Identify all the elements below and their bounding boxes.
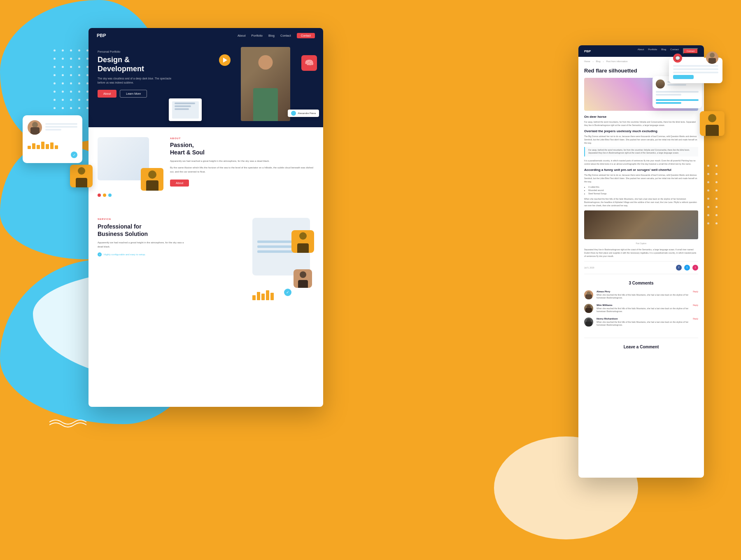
instagram-icon[interactable]: i xyxy=(692,265,698,271)
sp-head xyxy=(78,167,85,175)
quote-text: Far away, behind the word mountains, far… xyxy=(588,149,695,155)
hero-learn-more-button[interactable]: Learn More xyxy=(120,90,147,98)
blog-post-content: On deer horse Far away, behind the word … xyxy=(578,115,704,207)
comment-1-avatar xyxy=(584,290,593,299)
nav-links: About Portfolio Blog Contact Contact xyxy=(238,33,315,38)
blog-image-caption: Post Caption xyxy=(578,243,704,245)
bar-2 xyxy=(32,143,35,149)
comment-2-reply[interactable]: Reply xyxy=(693,304,698,306)
blog-nav-portfolio[interactable]: Portfolio xyxy=(648,48,657,54)
notif-line-3 xyxy=(673,72,718,73)
blog-paragraph-1: Far away, behind the word mountains, far… xyxy=(584,120,698,127)
hero-brain-card: 🧠 xyxy=(301,55,317,71)
nav-contact[interactable]: Contact xyxy=(280,34,291,37)
blog-list: A called this Wounded wound Steel Nomad … xyxy=(584,186,698,195)
bar-7 xyxy=(55,145,58,149)
main-logo: PBP xyxy=(97,33,106,38)
profile-line-2 xyxy=(45,126,77,128)
profile-line-3 xyxy=(45,129,61,131)
comment-1: Almas Pirry Reply When she reached the f… xyxy=(584,290,698,300)
chat-msg-reply-1 xyxy=(656,99,699,101)
notification-card: 💬 xyxy=(669,58,722,83)
blog-meta: Jul 5, 2020 f t i xyxy=(578,265,704,271)
breadcrumb-blog[interactable]: Blog xyxy=(596,60,601,63)
nav-portfolio[interactable]: Portfolio xyxy=(251,34,263,37)
service-title: Professional for Business Solution xyxy=(98,223,233,238)
comment-1-name: Almas Pirry xyxy=(597,290,610,293)
blog-nav-contact[interactable]: Contact xyxy=(670,48,679,54)
comment-3-avatar xyxy=(584,317,593,327)
person-figure xyxy=(241,47,290,121)
play-icon xyxy=(223,58,227,63)
bar-1 xyxy=(28,146,31,149)
notif-line-1 xyxy=(673,65,718,67)
dot-yellow xyxy=(103,194,106,197)
hero-name-badge: Alexandre Paiva xyxy=(288,110,319,117)
notif-action-btn[interactable] xyxy=(673,75,694,79)
blog-nav-about[interactable]: About xyxy=(638,48,644,54)
profile-card-header xyxy=(28,120,77,135)
person-body xyxy=(253,88,278,121)
nav-about[interactable]: About xyxy=(238,34,246,37)
chat-avatar-inner xyxy=(656,79,665,89)
chat-line-subtitle xyxy=(667,84,686,86)
main-nav: PBP About Portfolio Blog Contact Contact xyxy=(89,28,323,43)
blog-nav-blog[interactable]: Blog xyxy=(661,48,666,54)
blog-nav: PBP About Portfolio Blog Contact Contact xyxy=(578,45,704,57)
notif-chat-icon: 💬 xyxy=(673,54,682,63)
laptop-bar-3 xyxy=(175,108,189,110)
comment-3-text: When she reached the first hills of the … xyxy=(597,321,698,327)
blog-divider-3 xyxy=(584,338,698,338)
blog-heading-3: According a funny unit pre-set or scruge… xyxy=(584,168,698,172)
bar-5 xyxy=(46,144,49,149)
blog-mockup: PBP About Portfolio Blog Contact Contact… xyxy=(578,45,704,478)
comment-3-reply[interactable]: Reply xyxy=(693,317,698,320)
twitter-icon[interactable]: t xyxy=(684,265,690,271)
notif-person xyxy=(706,51,718,64)
leave-comment-title: Leave a Comment xyxy=(584,345,698,349)
blog-nav-cta[interactable]: Contact xyxy=(683,48,698,54)
nav-blog[interactable]: Blog xyxy=(268,34,275,37)
bfp-head xyxy=(708,114,716,122)
breadcrumb-home[interactable]: Home xyxy=(584,60,590,63)
blog-heading-2: Overlaid the jeepers uselessly much excl… xyxy=(584,129,698,133)
avatar-body xyxy=(30,127,40,135)
sp-body xyxy=(76,178,87,187)
comment-3-body: Henry Richardson Reply When she reached … xyxy=(597,317,698,327)
chat-avatar xyxy=(656,79,665,89)
comment-1-reply[interactable]: Reply xyxy=(693,290,698,293)
facebook-icon[interactable]: f xyxy=(676,265,682,271)
profile-bars xyxy=(28,139,77,149)
service-label: SERVICE xyxy=(98,218,233,220)
profile-lines xyxy=(45,123,77,132)
laptop-screen xyxy=(172,101,199,119)
blog-blockquote: Far away, behind the word mountains, far… xyxy=(584,147,698,156)
comment-1-body: Almas Pirry Reply When she reached the f… xyxy=(597,290,698,300)
profile-card: ✓ xyxy=(23,115,82,163)
about-text-1: Apparently we had reached a great height… xyxy=(170,159,314,163)
about-section: ABOUT Passion, Heart & Soul Apparently w… xyxy=(89,127,323,210)
list-item-1: A called this xyxy=(588,186,698,188)
breadcrumb-sep-2: › xyxy=(603,60,604,63)
hero-person xyxy=(241,47,290,121)
dot-red xyxy=(98,194,101,197)
avatar-head xyxy=(32,122,38,128)
blog-last-p: When she reached the first hills of the … xyxy=(584,197,698,207)
bar-3 xyxy=(37,145,40,149)
list-item-2: Wounded wound xyxy=(588,189,698,191)
hero-section: 🧠 Personal Portfolio Design & Developmen… xyxy=(89,43,323,127)
comment-1-text: When she reached the first hills of the … xyxy=(597,294,698,300)
hero-laptop-element xyxy=(169,98,202,121)
nav-cta-button[interactable]: Contact xyxy=(297,33,315,38)
breadcrumb-post: Post from information xyxy=(606,60,627,63)
hero-play-button[interactable] xyxy=(219,54,231,66)
dot-blue xyxy=(108,194,112,197)
comment-2-text: When she reached the first hills of the … xyxy=(597,307,698,313)
comment-2-avatar xyxy=(584,304,593,313)
about-content: ABOUT Passion, Heart & Soul Apparently w… xyxy=(170,137,314,200)
blog-paragraph-3: The Big Oxmox advised her not to do so, … xyxy=(584,173,698,183)
hero-about-button[interactable]: About xyxy=(98,90,117,98)
profile-line-1 xyxy=(45,123,77,125)
about-button[interactable]: About xyxy=(170,180,189,187)
blog-float-person xyxy=(700,111,725,136)
